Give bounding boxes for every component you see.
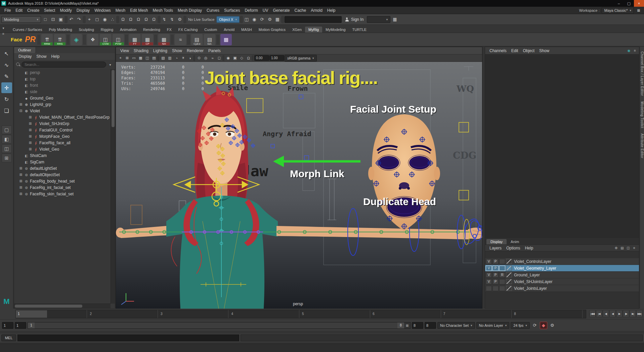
shelf-button[interactable]: ▤ Set. [204,34,215,45]
layer-playback-toggle[interactable]: P [492,272,499,278]
layer-playback-toggle[interactable] [492,286,499,291]
expand-toggle[interactable]: ⊞ [19,192,23,196]
shelf-button[interactable]: ❖ [87,34,98,45]
shelf-tab[interactable]: Curves / Surfaces [9,27,45,33]
select-tool[interactable]: ↖ [1,48,12,59]
layer-visibility-toggle[interactable]: V [486,266,492,271]
gate-mask-icon[interactable]: ◫ [144,55,151,61]
expand-toggle[interactable]: ⊞ [28,134,32,138]
shelf-button[interactable]: ≈ [175,34,186,45]
outliner-panel-title[interactable]: Outliner [14,47,35,53]
animation-start-field[interactable] [2,322,13,329]
expand-toggle[interactable]: ⊞ [28,128,32,132]
shelf-button[interactable]: ⇈ RRS [54,34,66,45]
snap-to-point-icon[interactable]: Ω [135,16,142,23]
expand-toggle[interactable]: ⊞ [19,179,23,183]
expand-toggle[interactable]: ⊞ [28,122,32,125]
layer-editor-menu-item[interactable]: Help [522,246,535,250]
outliner-item[interactable]: side [14,88,111,95]
outliner-item[interactable]: ⊞ FaceRig_int_facial_set [14,184,111,191]
animation-preferences-icon[interactable]: ⚙ [549,322,556,329]
sign-in-button[interactable]: Sign In [342,17,366,22]
channel-box-menu-item[interactable]: Edit [509,48,521,53]
go-to-start-button[interactable]: |◀◀ [589,310,596,317]
display-layer-row[interactable]: V P Violet_Geometry_Layer [485,265,639,272]
shelf-button[interactable]: ▦ FT [129,34,140,45]
layer-color-swatch[interactable] [506,259,512,264]
outliner-item[interactable]: persp [14,69,111,76]
xray-joints-icon[interactable]: ◇ [239,55,245,61]
shelf-tab[interactable]: Motion Graphics [255,27,289,33]
menu-item[interactable]: Arnold [308,8,325,13]
snap-to-view-plane-icon[interactable]: Ω [150,16,158,23]
outliner-item[interactable]: SigCam [14,159,111,165]
grid-display-icon[interactable]: ▦ [391,16,398,23]
select-by-hierarchy-icon[interactable]: ⌖ [86,16,93,23]
viewport-menu-item[interactable]: Renderer [184,48,206,53]
select-camera-icon[interactable]: ⌖ [117,55,124,61]
snap-to-grid-icon[interactable]: Ω [119,16,127,23]
command-language-toggle[interactable]: MEL [1,335,16,341]
shelf-tab[interactable]: FX [164,27,175,33]
create-layer-from-selected-button[interactable]: ▤ [619,245,625,251]
menu-item[interactable]: Select [42,8,57,13]
highlight-selection-icon[interactable]: ∴ [109,16,116,23]
display-layer-row[interactable]: V P Violet_ControlsLayer [485,258,639,265]
outliner-horizontal-scrollbar[interactable] [14,304,111,308]
field-chart-icon[interactable]: ▤ [151,55,157,61]
playback-speed-selector[interactable]: 24 fps ▾ [511,322,530,329]
current-time-marker[interactable]: 1 [16,310,47,318]
sign-in-menu[interactable]: ▾ [367,16,390,23]
selection-mode-selector[interactable]: Object X ▾ [216,16,240,23]
range-grid-icon[interactable]: ▦ [404,322,410,328]
maximize-button[interactable]: ▢ [624,0,634,7]
panel-tab[interactable]: Attribute Editor [640,133,644,158]
menu-item[interactable]: Surfaces [222,8,242,13]
menu-item[interactable]: Deform [242,8,260,13]
animation-end-field[interactable] [425,322,436,329]
ipr-render-icon[interactable]: ⟳ [258,16,266,23]
expand-toggle[interactable]: ⊞ [19,186,23,189]
move-tool[interactable]: ✛ [1,82,12,93]
layer-display-type-toggle[interactable] [499,286,505,291]
film-gate-icon[interactable]: ▭ [131,55,137,61]
separator[interactable] [223,55,225,61]
outliner-menu-item[interactable]: Show [34,54,49,59]
layer-editor-tab[interactable]: Display [486,239,507,244]
layer-color-swatch[interactable] [506,272,512,277]
safe-action-icon[interactable]: ▧ [160,55,166,61]
layer-color-swatch[interactable] [506,266,512,271]
shelf-tab[interactable]: Rendering [140,27,164,33]
isolate-select-icon[interactable]: ◉ [225,55,231,61]
gamma-field[interactable] [269,55,284,61]
shelf-button[interactable] [38,35,40,45]
outliner-item[interactable]: front [14,82,111,88]
menu-item[interactable]: Display [74,8,92,13]
shelf-button[interactable] [67,35,69,45]
menu-set-selector[interactable]: Modeling ▾ [1,16,41,23]
outliner-item[interactable]: ⊞ FaceRig_body_head_set [14,178,111,184]
range-bar[interactable] [35,322,397,328]
shelf-button[interactable]: ▦ NH [158,34,170,45]
shelf-button[interactable] [187,35,190,45]
layer-visibility-toggle[interactable]: V [486,279,492,284]
menu-item[interactable]: Curves [204,8,222,13]
workspace-selector[interactable]: Maya Classic* ▾ [602,7,634,14]
outliner-item[interactable]: ShotCam [14,152,111,159]
create-empty-layer-button[interactable]: ⊕ [613,245,619,251]
channel-box-menu-item[interactable]: Show [537,48,552,53]
shelf-tab[interactable]: Sculpting [76,27,97,33]
shelf-button[interactable]: PR [24,35,36,44]
shelf-tab[interactable]: TURTLE [349,27,370,33]
xray-icon[interactable]: ▣ [232,55,238,61]
viewport-menu-item[interactable]: Shading [131,48,151,53]
layer-visibility-toggle[interactable]: V [486,272,492,278]
menu-item[interactable]: Edit Mesh [128,8,150,13]
separator[interactable] [83,16,85,23]
redo-icon[interactable]: ↷ [75,16,83,23]
select-by-component-icon[interactable]: ◉ [101,16,109,23]
anim-loop-icon[interactable]: ⟳ [531,322,539,329]
layer-options-button[interactable]: ◫ [626,245,631,251]
layer-visibility-toggle[interactable] [486,286,492,291]
three-pane-layout-button[interactable]: ◫ [2,144,12,153]
